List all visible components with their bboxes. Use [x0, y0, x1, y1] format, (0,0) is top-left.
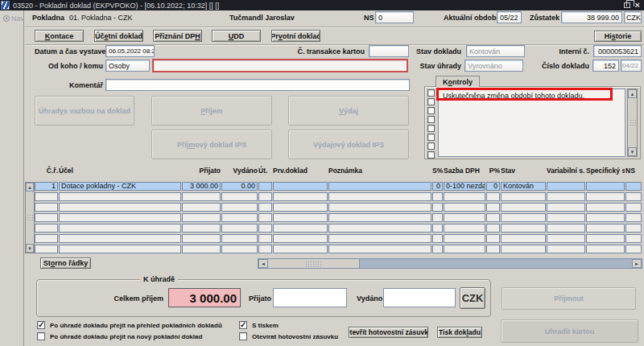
table-cell[interactable] — [586, 192, 625, 201]
kontroly-checkbox[interactable] — [427, 125, 435, 132]
od-koho-input[interactable] — [152, 59, 408, 72]
ns-input[interactable]: 0 — [375, 11, 414, 23]
table-cell[interactable] — [273, 234, 328, 243]
czk-currency-button[interactable]: CZK — [460, 287, 485, 309]
table-cell[interactable]: 1 — [35, 182, 58, 191]
table-cell[interactable] — [59, 224, 181, 233]
table-cell[interactable] — [432, 203, 443, 212]
table-cell[interactable]: 0 — [432, 182, 443, 191]
table-cell[interactable] — [258, 203, 272, 212]
table-cell[interactable]: 3 000.00 — [182, 182, 221, 191]
storno-radky-button[interactable]: Storno řádky — [40, 257, 91, 269]
kontroly-checkbox[interactable] — [427, 151, 435, 159]
interni-cislo-input[interactable]: 0000053621 — [593, 45, 642, 57]
table-cell[interactable] — [35, 234, 58, 243]
table-cell[interactable] — [432, 245, 443, 253]
table-cell[interactable] — [625, 182, 642, 191]
table-cell[interactable] — [547, 182, 585, 191]
table-cell[interactable] — [258, 245, 272, 253]
prijmovy-ips-button[interactable]: Příjmový doklad IPS — [151, 130, 272, 159]
table-cell[interactable] — [328, 203, 431, 212]
table-cell[interactable] — [258, 182, 272, 191]
ucetni-doklad-button[interactable]: Účetní doklad — [94, 30, 143, 42]
table-vertical-scrollbar[interactable]: ▲ ▼ — [25, 182, 35, 253]
table-cell[interactable] — [35, 203, 58, 212]
vydaj-button[interactable]: Výdaj — [288, 96, 409, 126]
table-cell[interactable] — [258, 234, 272, 243]
table-cell[interactable] — [182, 203, 221, 212]
table-cell[interactable] — [35, 192, 58, 201]
table-cell[interactable] — [444, 203, 485, 212]
table-cell[interactable] — [432, 234, 443, 243]
checkbox-prejit-novy[interactable] — [37, 332, 45, 340]
table-cell[interactable] — [547, 224, 585, 233]
table-cell[interactable] — [432, 192, 443, 201]
table-cell[interactable] — [258, 213, 272, 222]
kontroly-scrollbar[interactable]: ▲ ▼ — [627, 89, 638, 157]
udd-button[interactable]: UDD — [212, 30, 261, 42]
table-cell[interactable] — [547, 203, 585, 212]
table-cell[interactable]: Dotace pokladny - CZK — [59, 182, 181, 191]
table-cell[interactable] — [486, 224, 500, 233]
table-cell[interactable] — [547, 192, 585, 201]
table-cell[interactable] — [35, 245, 58, 253]
table-cell[interactable]: 0-100 nezdanitelné — [444, 182, 485, 191]
table-cell[interactable] — [59, 234, 181, 243]
table-cell[interactable] — [182, 192, 221, 201]
scroll-left-icon[interactable]: ◄ — [258, 259, 268, 268]
scroll-up-icon[interactable]: ▲ — [26, 183, 34, 192]
table-cell[interactable] — [501, 234, 546, 243]
uhrady-vazba-button[interactable]: Úhrady s vazbou na doklad — [35, 96, 134, 126]
scrollbar-thumb[interactable] — [268, 259, 360, 268]
scroll-up-icon[interactable]: ▲ — [628, 89, 637, 98]
table-cell[interactable] — [444, 224, 485, 233]
table-cell[interactable] — [182, 245, 221, 253]
table-cell[interactable] — [221, 245, 258, 253]
table-cell[interactable] — [586, 234, 625, 243]
table-cell[interactable] — [182, 234, 221, 243]
table-cell[interactable] — [444, 234, 485, 243]
table-cell[interactable] — [501, 203, 546, 212]
table-cell[interactable] — [625, 213, 642, 222]
table-cell[interactable] — [486, 245, 500, 253]
table-cell[interactable] — [221, 224, 258, 233]
table-cell[interactable] — [586, 182, 625, 191]
table-cell[interactable] — [486, 234, 500, 243]
table-cell[interactable] — [547, 234, 585, 243]
table-cell[interactable] — [328, 245, 431, 253]
table-cell[interactable] — [59, 203, 181, 212]
scrollbar-thumb[interactable] — [628, 98, 637, 147]
table-cell[interactable] — [501, 245, 546, 253]
komentar-input[interactable] — [105, 79, 410, 91]
aktualni-obdobi-input[interactable]: 05/22 — [497, 11, 522, 23]
priznani-dph-button[interactable]: Přiznání DPH — [153, 30, 202, 42]
prvotni-doklad-button[interactable]: Prvotní doklad — [271, 30, 320, 42]
table-cell[interactable] — [328, 182, 431, 191]
table-cell[interactable] — [625, 234, 642, 243]
kontace-button[interactable]: Kontace — [35, 30, 84, 42]
datum-vystaveni-input[interactable]: 06.05.2022 08:22 — [105, 45, 155, 57]
table-cell[interactable] — [586, 213, 625, 222]
table-cell[interactable] — [625, 192, 642, 201]
nav-radio-icon[interactable] — [3, 15, 10, 22]
table-cell[interactable] — [221, 192, 258, 201]
checkbox-s-tiskem[interactable]: ✓ — [239, 321, 247, 329]
table-cell[interactable] — [182, 224, 221, 233]
kontroly-checkbox[interactable] — [427, 107, 435, 114]
table-cell[interactable] — [258, 192, 272, 201]
historie-button[interactable]: Historie — [594, 31, 642, 42]
table-cell[interactable] — [432, 213, 443, 222]
kontroly-tab[interactable]: Kontroly — [436, 76, 480, 87]
prijem-button[interactable]: Příjem — [151, 96, 272, 126]
table-cell[interactable] — [432, 224, 443, 233]
prijato-input[interactable] — [273, 288, 347, 307]
table-cell[interactable]: 0 — [486, 182, 500, 191]
table-cell[interactable] — [273, 192, 328, 201]
table-cell[interactable] — [501, 224, 546, 233]
table-horizontal-scrollbar[interactable]: ◄ ► — [258, 258, 642, 269]
table-cell[interactable] — [444, 213, 485, 222]
table-cell[interactable] — [328, 224, 431, 233]
table-cell[interactable] — [273, 213, 328, 222]
table-cell[interactable] — [486, 192, 500, 201]
table-cell[interactable] — [501, 192, 546, 201]
